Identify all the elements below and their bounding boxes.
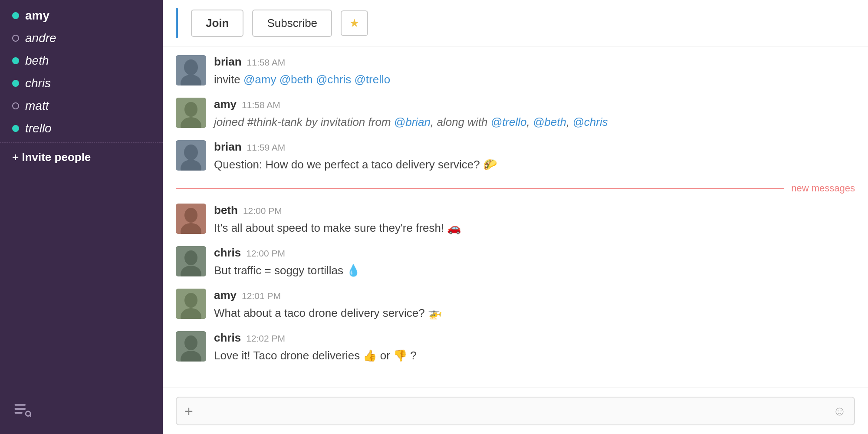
msg-author: beth bbox=[214, 204, 238, 217]
sidebar-user-amy[interactable]: amy bbox=[0, 4, 163, 27]
svg-line-4 bbox=[30, 416, 31, 417]
offline-dot bbox=[12, 35, 19, 42]
online-dot bbox=[12, 12, 19, 19]
msg-text: invite @amy @beth @chris @trello bbox=[214, 71, 855, 88]
sidebar-user-trello[interactable]: trello bbox=[0, 117, 163, 140]
sidebar-bottom bbox=[0, 390, 163, 430]
msg-header: brian 11:59 AM bbox=[214, 140, 855, 154]
star-button[interactable]: ★ bbox=[341, 10, 368, 36]
avatar-amy bbox=[176, 289, 206, 319]
message-input[interactable] bbox=[200, 404, 826, 418]
sidebar-username: amy bbox=[25, 9, 49, 23]
mention-beth[interactable]: @beth bbox=[533, 115, 566, 128]
sidebar-username: matt bbox=[25, 99, 49, 113]
svg-point-18 bbox=[184, 250, 197, 265]
msg-text: Question: How do we perfect a taco deliv… bbox=[214, 156, 855, 173]
mention-beth[interactable]: @beth bbox=[279, 73, 313, 86]
message-chris-1: chris 12:00 PM But traffic = soggy torti… bbox=[176, 246, 855, 279]
msg-content: amy 11:58 AM joined #think-tank by invit… bbox=[214, 98, 855, 131]
svg-point-12 bbox=[184, 145, 198, 160]
message-brian-2: brian 11:59 AM Question: How do we perfe… bbox=[176, 140, 855, 173]
msg-time: 12:00 PM bbox=[246, 248, 285, 259]
mention-trello[interactable]: @trello bbox=[354, 73, 390, 86]
msg-author: chris bbox=[214, 246, 241, 260]
msg-header: amy 12:01 PM bbox=[214, 289, 855, 302]
msg-text: It's all about speed to make sure they'r… bbox=[214, 220, 855, 237]
msg-time: 12:02 PM bbox=[246, 333, 285, 344]
input-area: + ☺ bbox=[163, 388, 868, 434]
sidebar: amy andre beth chris matt trello + Invit… bbox=[0, 0, 163, 434]
avatar-chris bbox=[176, 331, 206, 362]
join-button[interactable]: Join bbox=[191, 10, 243, 37]
online-dot bbox=[12, 80, 19, 87]
offline-dot bbox=[12, 102, 19, 109]
sidebar-user-matt[interactable]: matt bbox=[0, 95, 163, 117]
msg-content: amy 12:01 PM What about a taco drone del… bbox=[214, 289, 855, 322]
svg-point-6 bbox=[184, 59, 198, 75]
avatar-brian bbox=[176, 140, 206, 171]
msg-content: chris 12:02 PM Love it! Taco drone deliv… bbox=[214, 331, 855, 364]
mention-chris[interactable]: @chris bbox=[572, 115, 608, 128]
online-dot bbox=[12, 57, 19, 64]
divider-line bbox=[176, 188, 784, 189]
msg-header: amy 11:58 AM bbox=[214, 98, 855, 111]
add-attachment-button[interactable]: + bbox=[184, 404, 193, 418]
sidebar-username: beth bbox=[25, 54, 49, 68]
subscribe-button[interactable]: Subscribe bbox=[252, 10, 332, 37]
msg-header: chris 12:00 PM bbox=[214, 246, 855, 260]
sidebar-user-beth[interactable]: beth bbox=[0, 49, 163, 72]
msg-content: beth 12:00 PM It's all about speed to ma… bbox=[214, 204, 855, 237]
sidebar-username: chris bbox=[25, 76, 51, 90]
emoji-picker-button[interactable]: ☺ bbox=[833, 404, 846, 418]
message-brian-1: brian 11:58 AM invite @amy @beth @chris … bbox=[176, 55, 855, 88]
online-dot bbox=[12, 125, 19, 132]
msg-text: But traffic = soggy tortillas 💧 bbox=[214, 262, 855, 279]
svg-rect-2 bbox=[15, 412, 23, 414]
new-messages-label: new messages bbox=[791, 183, 855, 194]
msg-time: 12:00 PM bbox=[243, 206, 282, 216]
msg-author: amy bbox=[214, 98, 237, 111]
msg-content: chris 12:00 PM But traffic = soggy torti… bbox=[214, 246, 855, 279]
mention-amy[interactable]: @amy bbox=[243, 73, 276, 86]
svg-point-9 bbox=[184, 102, 197, 117]
msg-author: brian bbox=[214, 55, 242, 69]
msg-text: What about a taco drone delivery service… bbox=[214, 305, 855, 322]
msg-header: brian 11:58 AM bbox=[214, 55, 855, 69]
msg-time: 11:59 AM bbox=[247, 142, 286, 153]
mention-trello[interactable]: @trello bbox=[491, 115, 527, 128]
channel-divider bbox=[176, 8, 178, 38]
msg-header: chris 12:02 PM bbox=[214, 331, 855, 345]
svg-point-15 bbox=[184, 208, 197, 223]
sidebar-username: andre bbox=[25, 31, 56, 45]
messages-list: brian 11:58 AM invite @amy @beth @chris … bbox=[163, 46, 868, 388]
svg-rect-0 bbox=[15, 404, 26, 406]
msg-time: 11:58 AM bbox=[247, 57, 286, 68]
mention-brian[interactable]: @brian bbox=[394, 115, 431, 128]
topbar: Join Subscribe ★ bbox=[163, 0, 868, 46]
msg-header: beth 12:00 PM bbox=[214, 204, 855, 217]
mention-chris[interactable]: @chris bbox=[316, 73, 351, 86]
msg-author: amy bbox=[214, 289, 237, 302]
svg-point-21 bbox=[184, 293, 197, 308]
msg-time: 12:01 PM bbox=[242, 291, 281, 301]
sidebar-user-chris[interactable]: chris bbox=[0, 72, 163, 95]
msg-content: brian 11:59 AM Question: How do we perfe… bbox=[214, 140, 855, 173]
message-input-box: + ☺ bbox=[176, 397, 855, 425]
avatar-beth bbox=[176, 204, 206, 234]
message-beth-1: beth 12:00 PM It's all about speed to ma… bbox=[176, 204, 855, 237]
msg-content: brian 11:58 AM invite @amy @beth @chris … bbox=[214, 55, 855, 88]
message-chris-2: chris 12:02 PM Love it! Taco drone deliv… bbox=[176, 331, 855, 364]
avatar-chris bbox=[176, 246, 206, 276]
invite-people-button[interactable]: + Invite people bbox=[0, 142, 163, 172]
avatar-amy bbox=[176, 98, 206, 128]
main-panel: Join Subscribe ★ brian 11:58 AM invite @… bbox=[163, 0, 868, 434]
msg-text: joined #think-tank by invitation from @b… bbox=[214, 114, 855, 131]
search-list-icon bbox=[12, 400, 31, 419]
new-messages-divider: new messages bbox=[176, 183, 855, 194]
msg-author: chris bbox=[214, 331, 241, 345]
message-amy-drone: amy 12:01 PM What about a taco drone del… bbox=[176, 289, 855, 322]
msg-author: brian bbox=[214, 140, 242, 154]
avatar-brian bbox=[176, 55, 206, 85]
message-amy-joined: amy 11:58 AM joined #think-tank by invit… bbox=[176, 98, 855, 131]
sidebar-user-andre[interactable]: andre bbox=[0, 27, 163, 49]
